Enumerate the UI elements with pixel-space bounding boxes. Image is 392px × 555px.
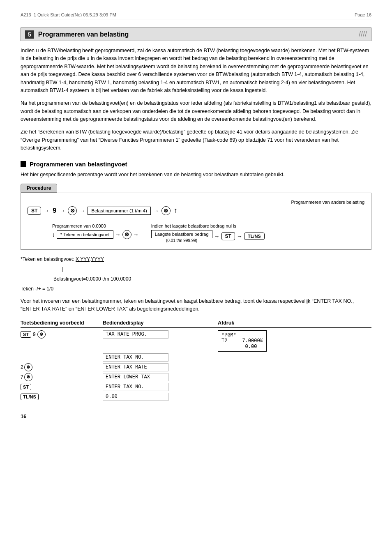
display-text-4: ENTER LOWER TAX <box>103 373 168 381</box>
arrow4: → <box>153 207 159 214</box>
key-col-3: 2 ⊗ <box>21 363 103 371</box>
note-text-3: Belastingvoet=0.0000 t/m 100.0000 <box>53 276 131 282</box>
notes-section: *Teken en belastingvoet: X YYY,YYYY | Be… <box>21 256 371 292</box>
note-2: | <box>62 265 371 273</box>
col-header-toets: Toetsbediening voorbeeld <box>21 320 103 326</box>
print-line-1: *PGM* <box>221 332 263 338</box>
arrow1: → <box>44 207 49 214</box>
print-line-2: T2 7.0000% <box>221 338 263 344</box>
table-row: TL/NS 0.00 <box>21 393 371 401</box>
key-tlns: TL/NS <box>21 394 39 400</box>
table-row: 2 ⊗ ENTER TAX RATE <box>21 363 371 371</box>
key-combo-1: ST 9 ⊗ <box>21 330 46 339</box>
key-9: 9 <box>33 332 36 337</box>
key-2: 2 <box>21 364 23 370</box>
note-text-2: | <box>62 266 63 272</box>
print-box-1: *PGM* T2 7.0000% 0.00 <box>218 330 267 352</box>
teken-box: * Teken en belastingvoet <box>57 230 113 239</box>
top-bar: A213_1 Quick Start Guide(Ne) 06.5.29 3:0… <box>21 12 371 19</box>
procedure-label: Procedure <box>21 184 57 193</box>
table-row: ST ENTER TAX NO. <box>21 383 371 391</box>
intro-paragraph-2: Na het programmeren van de belastingvoet… <box>21 99 371 123</box>
display-text-3: ENTER TAX RATE <box>103 363 168 371</box>
indien-label: Indien het laagste belastbare bedrag nul… <box>151 223 236 228</box>
st2-key: ST <box>221 232 235 240</box>
note-text-1: *Teken en belastingvoet: X YYY,YYYY <box>21 256 104 262</box>
key-combo-3: 2 ⊗ <box>21 363 32 371</box>
subsection-title: Programmeren van belastingvoet <box>30 161 127 168</box>
display-col-2: ENTER TAX NO. <box>103 353 218 362</box>
col-header-afdruk: Afdruk <box>218 320 300 326</box>
tlns-key: TL/NS <box>244 233 265 240</box>
key-col-4: 7 ⊗ <box>21 373 103 381</box>
x-circle-2: ⊗ <box>161 206 171 215</box>
note-4: Teken -/+ = 1/0 <box>21 285 371 292</box>
belasting-box: Belastingnummer (1 t/m 4) <box>88 207 151 215</box>
display-col-4: ENTER LOWER TAX <box>103 373 218 381</box>
flow-diagram: Programmeren van andere belasting ST → 9… <box>21 193 371 250</box>
x-circle-1: ⊗ <box>68 206 77 215</box>
key-st-2: ST <box>21 384 31 390</box>
key-7: 7 <box>21 374 23 380</box>
top-bar-right: Page 16 <box>355 12 371 17</box>
procedure-badge: Procedure <box>21 184 371 193</box>
intro-paragraph-3: Zie het “Berekenen van BTW (belasting to… <box>21 128 371 152</box>
note-3: Belastingvoet=0.0000 t/m 100.0000 <box>53 275 371 283</box>
key-combo-4: 7 ⊗ <box>21 373 32 381</box>
display-text-1: TAX RATE PROG. <box>103 330 168 339</box>
section-number: 5 <box>25 30 34 39</box>
table-row: ENTER TAX NO. <box>21 353 371 362</box>
display-col-3: ENTER TAX RATE <box>103 363 218 371</box>
arrow7: → <box>214 233 220 240</box>
arrow8: → <box>237 233 242 240</box>
diagram-top-right-label: Programmeren van andere belasting <box>291 200 364 205</box>
section-title: Programmeren van belasting <box>38 31 129 38</box>
section-header: 5 Programmeren van belasting //// <box>21 28 371 41</box>
subsection-description: Het hier gespecificeerde percentage word… <box>21 171 371 179</box>
key-col-6: TL/NS <box>21 394 103 400</box>
key-x3: ⊗ <box>24 373 32 381</box>
display-text-2: ENTER TAX NO. <box>103 353 168 362</box>
key-col-5: ST <box>21 384 103 390</box>
arrow-down-left: ↓ <box>52 231 55 238</box>
note-1: *Teken en belastingvoet: X YYY,YYYY <box>21 256 371 263</box>
key-st: ST <box>21 331 31 338</box>
afdruk-col-1: *PGM* T2 7.0000% 0.00 <box>218 330 300 352</box>
key-x1: ⊗ <box>37 330 46 339</box>
arrow3: → <box>79 207 85 214</box>
table-section: Toetsbediening voorbeeld Bediendedisplay… <box>21 320 371 401</box>
st-key: ST <box>28 207 41 215</box>
nine-key: 9 <box>53 207 56 214</box>
table-row: ST 9 ⊗ TAX RATE PROG. *PGM* T2 7.0000% 0… <box>21 330 371 352</box>
subsection-icon <box>21 161 26 167</box>
section-icon: //// <box>359 30 367 39</box>
top-bar-left: A213_1 Quick Start Guide(Ne) 06.5.29 3:0… <box>21 12 116 17</box>
display-text-6: 0.00 <box>103 393 168 401</box>
key-x2: ⊗ <box>24 363 32 371</box>
key-col-1: ST 9 ⊗ <box>21 330 103 339</box>
body-text-2: Voor het invoeren van een belastingnumme… <box>21 297 371 313</box>
prog-bottom-label: Programmeren van 0.0000 <box>52 223 106 228</box>
display-col-5: ENTER TAX NO. <box>103 383 218 391</box>
x-circle-3: ⊗ <box>122 230 131 239</box>
table-row: 7 ⊗ ENTER LOWER TAX <box>21 373 371 381</box>
table-header: Toetsbediening voorbeeld Bediendedisplay… <box>21 320 371 328</box>
arrow5: → <box>115 231 121 238</box>
note-text-4: Teken -/+ = 1/0 <box>21 286 53 292</box>
laagste-box: Laagste belastbare bedrag <box>151 230 212 238</box>
col-header-display: Bediendedisplay <box>103 320 218 326</box>
page-number: 16 <box>21 413 371 419</box>
arrow6: → <box>133 231 139 238</box>
subsection-header: Programmeren van belastingvoet <box>21 161 371 168</box>
display-col-6: 0.00 <box>103 393 218 401</box>
loop-arrow: ↑ <box>174 206 178 215</box>
laagste-sub: (0.01 t/m 999.99) <box>166 238 197 243</box>
print-line-3: 0.00 <box>221 344 263 350</box>
arrow2: → <box>60 207 65 214</box>
intro-paragraph-1: Indien u de BTW/belasting heeft geprogra… <box>21 47 371 94</box>
display-col-1: TAX RATE PROG. <box>103 330 218 339</box>
display-text-5: ENTER TAX NO. <box>103 383 168 391</box>
